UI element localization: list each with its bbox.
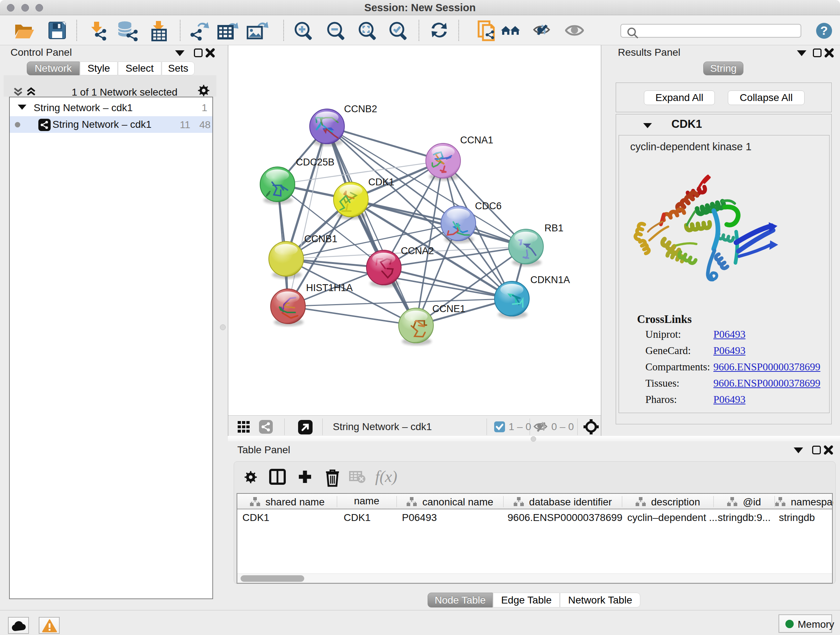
svg-text:CCNA1: CCNA1 xyxy=(460,135,493,146)
svg-text:CCNB1: CCNB1 xyxy=(304,233,338,244)
svg-text:?: ? xyxy=(821,24,828,37)
svg-text:f(x): f(x) xyxy=(375,468,397,486)
svg-text:HIST1H1A: HIST1H1A xyxy=(306,282,353,293)
svg-text:CDC25B: CDC25B xyxy=(296,157,335,168)
svg-text:CCNE1: CCNE1 xyxy=(432,303,466,314)
svg-text:CCNB2: CCNB2 xyxy=(344,103,377,114)
svg-text:RB1: RB1 xyxy=(545,223,564,233)
svg-text:CDC6: CDC6 xyxy=(475,201,502,211)
svg-text:CCNA2: CCNA2 xyxy=(401,245,434,256)
svg-text:CDKN1A: CDKN1A xyxy=(531,274,570,285)
svg-text:CDK1: CDK1 xyxy=(368,177,394,187)
